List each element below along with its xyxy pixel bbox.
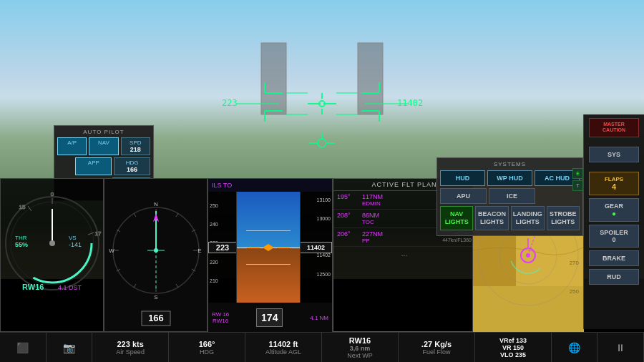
- more-indicator: ...: [333, 247, 475, 260]
- svg-text:166: 166: [148, 313, 164, 323]
- svg-text:55%: 55%: [15, 241, 28, 248]
- svg-line-56: [134, 284, 136, 288]
- svg-rect-0: [261, 43, 286, 114]
- beacon-lights-button[interactable]: BEACON LIGHTS: [475, 206, 508, 230]
- vlo-value: VLO 235: [500, 351, 526, 358]
- globe-icon-item[interactable]: 🌐: [552, 333, 598, 362]
- ils-label: ILS TO: [212, 182, 232, 189]
- vref-value: VRef 133: [499, 337, 527, 344]
- flaps-value: 4: [591, 182, 637, 191]
- master-caution-button[interactable]: MASTER CAUTION: [589, 118, 639, 137]
- course-3: 206°: [337, 230, 362, 238]
- hdg-button[interactable]: HDG 166: [114, 157, 150, 175]
- altitude-label: Altitude AGL: [265, 348, 301, 356]
- next-wp-item: RW16 3,6 nm Next WP: [322, 333, 399, 362]
- svg-text:-141: -141: [69, 241, 82, 248]
- gear-label: GEAR: [591, 202, 637, 210]
- brake-button[interactable]: BRAKE: [589, 250, 639, 266]
- wp-hud-button[interactable]: WP HUD: [487, 170, 532, 186]
- wp-name-2: TOC: [362, 219, 391, 225]
- svg-text:0: 0: [51, 191, 54, 197]
- camera-icon-item[interactable]: 📷: [47, 333, 93, 362]
- svg-text:4.1 DST: 4.1 DST: [58, 284, 82, 291]
- speed-panel: 0 15 17 THR 55% VS -141: [0, 178, 104, 332]
- screen-icon: ⬛: [16, 342, 29, 353]
- adi-panel: ILS TO 250 240 230 220 210 223: [208, 178, 333, 332]
- autopilot-title: AUTO PILOT: [57, 129, 150, 135]
- pause-icon-item[interactable]: ⏸: [597, 333, 644, 362]
- aircraft-symbol: [247, 240, 290, 255]
- svg-line-52: [176, 284, 178, 288]
- right-panel: MASTER CAUTION SYS FLAPS 4 GEAR ● SPOILE…: [583, 114, 644, 329]
- course-1: 195°: [337, 193, 362, 200]
- svg-text:E: E: [197, 248, 201, 254]
- dist-label: 4.1 NM: [310, 315, 328, 321]
- svg-text:N: N: [154, 201, 158, 207]
- landing-lights-button[interactable]: LANDING LIGHTS: [511, 206, 545, 230]
- svg-text:17: 17: [95, 230, 102, 237]
- svg-text:15: 15: [19, 204, 26, 210]
- gear-indicator: ●: [591, 210, 637, 217]
- t-button[interactable]: T: [572, 180, 583, 191]
- svg-line-31: [28, 206, 31, 211]
- svg-line-49: [176, 213, 178, 217]
- e-button[interactable]: E: [572, 168, 583, 179]
- airspeed-item: 223 kts Air Speed: [92, 333, 169, 362]
- flaps-label: FLAPS: [591, 176, 637, 182]
- svg-point-14: [319, 101, 325, 107]
- course-2: 208°: [337, 212, 362, 219]
- next-wp-value: RW16: [349, 336, 371, 345]
- apu-button[interactable]: APU: [440, 188, 487, 204]
- heading-display: 174: [261, 312, 278, 323]
- hsi-panel: N E S W 166: [104, 178, 208, 332]
- wp-1: 117NM: [362, 193, 391, 200]
- svg-text:223: 223: [222, 98, 238, 108]
- vref-item: VRef 133 VR 150 VLO 235: [475, 333, 552, 362]
- speed-indicator-svg: 0 15 17 THR 55% VS -141: [1, 179, 104, 304]
- svg-point-65: [154, 248, 158, 253]
- svg-text:VS: VS: [69, 235, 77, 241]
- svg-text:RW16: RW16: [22, 283, 44, 291]
- airspeed-value: 223 kts: [117, 340, 143, 348]
- bottom-bar: ⬛ 📷 223 kts Air Speed 166° HDG 11402 ft …: [0, 332, 644, 362]
- spd-button[interactable]: SPD 218: [121, 137, 150, 155]
- strobe-lights-button[interactable]: STROBE LIGHTS: [547, 206, 580, 230]
- sys-button[interactable]: SYS: [589, 147, 639, 162]
- fuel-label: Fuel Flow: [422, 348, 450, 356]
- hud-button[interactable]: HUD: [440, 170, 485, 186]
- speed-current: 223: [208, 242, 237, 253]
- spoiler-value: 0: [591, 236, 637, 243]
- hdg-display-value: 166°: [199, 340, 215, 348]
- svg-text:W: W: [109, 248, 114, 254]
- rw16-label: RW 16: [212, 311, 229, 318]
- fuel-value: .27 Kg/s: [421, 340, 452, 348]
- svg-point-41: [49, 240, 55, 246]
- rw16-label2: RW16: [212, 318, 229, 324]
- svg-line-53: [134, 213, 136, 217]
- svg-rect-76: [473, 286, 584, 333]
- systems-title: SYSTEMS: [440, 161, 580, 167]
- screen-icon-item[interactable]: ⬛: [0, 333, 47, 362]
- app-button[interactable]: APP: [75, 157, 112, 175]
- pause-icon: ⏸: [615, 342, 625, 353]
- svg-rect-1: [358, 43, 383, 114]
- nav-button[interactable]: NAV: [89, 137, 118, 155]
- svg-text:S: S: [154, 294, 157, 300]
- vr-value: VR 150: [502, 344, 524, 351]
- wp-3: 227NM: [362, 230, 391, 238]
- camera-icon: 📷: [63, 342, 75, 353]
- svg-text:250: 250: [570, 288, 580, 295]
- nav-lights-button[interactable]: NAV LIGHTS: [440, 206, 473, 230]
- svg-text:THR: THR: [15, 235, 27, 241]
- svg-text:270: 270: [570, 260, 580, 266]
- svg-point-21: [318, 139, 326, 147]
- ice-button[interactable]: ICE: [489, 188, 535, 204]
- spoiler-button[interactable]: SPOILER 0: [589, 225, 639, 248]
- systems-panel: SYSTEMS HUD WP HUD AC HUD APU ICE NAV LI…: [436, 157, 583, 236]
- wp-name-3: PP: [362, 238, 391, 244]
- gear-button[interactable]: GEAR ●: [589, 198, 639, 222]
- next-wp-label: Next WP: [347, 352, 373, 359]
- rud-button[interactable]: RUD: [589, 269, 639, 285]
- flaps-button[interactable]: FLAPS 4: [589, 172, 639, 195]
- ap-button[interactable]: A/P: [57, 137, 87, 155]
